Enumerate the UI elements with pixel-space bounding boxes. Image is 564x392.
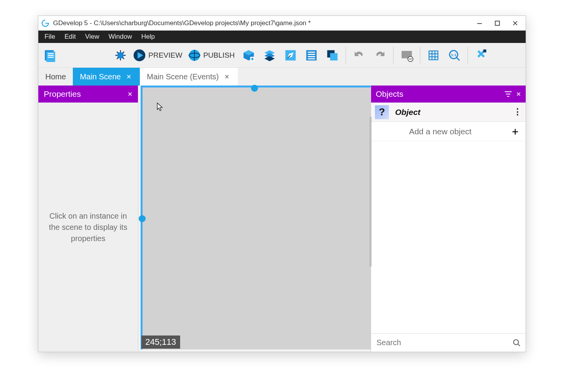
properties-title: Properties xyxy=(44,89,81,99)
mask-toggle-button[interactable] xyxy=(397,46,416,65)
app-icon xyxy=(40,18,51,29)
cursor-icon xyxy=(157,103,163,111)
publish-button[interactable]: PUBLISH xyxy=(187,46,237,65)
tab-main-scene-close[interactable]: ✕ xyxy=(125,72,133,81)
properties-panel: Properties ✕ Click on an instance in the… xyxy=(38,86,138,352)
tab-main-scene[interactable]: Main Scene ✕ xyxy=(73,68,140,86)
zoom-reset-button[interactable]: 1:1 xyxy=(445,46,464,65)
scene-scrollbar[interactable] xyxy=(370,116,372,267)
undo-button[interactable] xyxy=(350,46,368,65)
tab-main-scene-events-close[interactable]: ✕ xyxy=(223,72,231,81)
preview-label: PREVIEW xyxy=(148,51,182,60)
settings-button[interactable] xyxy=(472,46,490,65)
add-object-label: Add a new object xyxy=(377,127,504,136)
menu-view[interactable]: View xyxy=(81,31,104,43)
svg-rect-23 xyxy=(308,58,315,59)
svg-rect-21 xyxy=(308,54,315,55)
scene-handle-left[interactable] xyxy=(139,215,146,222)
tabs: Home Main Scene ✕ Main Scene (Events) ✕ xyxy=(38,68,526,86)
object-placeholder-icon: ? xyxy=(375,105,389,119)
grid-toggle-button[interactable] xyxy=(424,46,443,65)
tab-main-scene-events[interactable]: Main Scene (Events) ✕ xyxy=(140,68,238,86)
toolbar-separator xyxy=(393,47,394,64)
svg-rect-31 xyxy=(483,49,487,52)
app-window: GDevelop 5 - C:\Users\charburg\Documents… xyxy=(38,15,526,352)
objects-header: Objects ✕ xyxy=(371,86,526,103)
svg-rect-1 xyxy=(495,21,500,25)
menu-file[interactable]: File xyxy=(40,31,60,43)
menubar: File Edit View Window Help xyxy=(38,31,526,43)
svg-rect-20 xyxy=(308,51,315,53)
filter-icon[interactable] xyxy=(504,90,512,98)
svg-rect-5 xyxy=(48,55,53,56)
window-title: GDevelop 5 - C:\Users\charburg\Documents… xyxy=(53,19,471,27)
search-input[interactable] xyxy=(376,338,509,347)
properties-empty-message: Click on an instance in the scene to dis… xyxy=(45,211,132,244)
toolbar-separator xyxy=(420,47,420,64)
svg-text:1:1: 1:1 xyxy=(451,52,456,56)
objects-search xyxy=(371,333,526,352)
tab-home-label: Home xyxy=(45,72,66,81)
svg-rect-25 xyxy=(330,53,337,60)
project-manager-button[interactable] xyxy=(41,46,60,65)
toolbar-separator xyxy=(468,47,468,64)
objects-close[interactable]: ✕ xyxy=(516,91,521,98)
properties-close[interactable]: ✕ xyxy=(127,91,132,98)
svg-point-32 xyxy=(514,339,519,344)
tab-main-scene-label: Main Scene xyxy=(80,72,121,81)
tab-main-scene-events-label: Main Scene (Events) xyxy=(147,72,219,81)
objects-panel: Objects ✕ ? Object ⋮ Add a new object ＋ xyxy=(371,86,526,352)
menu-help[interactable]: Help xyxy=(137,31,160,43)
add-object-button[interactable] xyxy=(239,46,258,65)
close-button[interactable] xyxy=(506,17,524,29)
tab-home[interactable]: Home xyxy=(38,68,73,86)
window-controls xyxy=(471,17,524,29)
toolbar-separator xyxy=(346,47,346,64)
toolbar: PREVIEW PUBLISH xyxy=(38,43,526,68)
preview-button[interactable]: PREVIEW xyxy=(132,46,185,65)
instances-list-button[interactable] xyxy=(302,46,321,65)
scene-frame xyxy=(141,86,371,349)
svg-rect-28 xyxy=(409,58,412,59)
redo-button[interactable] xyxy=(371,46,389,65)
svg-marker-17 xyxy=(265,56,275,61)
properties-header: Properties ✕ xyxy=(38,86,138,103)
search-icon[interactable] xyxy=(512,339,521,347)
object-name: Object xyxy=(395,108,507,117)
titlebar: GDevelop 5 - C:\Users\charburg\Documents… xyxy=(38,16,526,31)
svg-rect-22 xyxy=(308,56,315,57)
copy-button[interactable] xyxy=(323,46,342,65)
publish-label: PUBLISH xyxy=(203,51,235,60)
svg-rect-0 xyxy=(477,23,482,24)
svg-rect-4 xyxy=(48,53,53,54)
layers-button[interactable] xyxy=(260,46,279,65)
edit-scene-button[interactable] xyxy=(281,46,300,65)
object-row[interactable]: ? Object ⋮ xyxy=(371,103,526,122)
menu-window[interactable]: Window xyxy=(104,31,136,43)
object-menu-icon[interactable]: ⋮ xyxy=(513,110,522,114)
objects-title: Objects xyxy=(376,89,500,99)
objects-empty-space xyxy=(371,141,526,333)
debug-button[interactable] xyxy=(111,46,130,65)
add-object-row[interactable]: Add a new object ＋ xyxy=(371,122,526,141)
minimize-button[interactable] xyxy=(471,17,488,29)
scene-canvas[interactable]: 245;113 xyxy=(138,86,371,352)
maximize-button[interactable] xyxy=(488,17,506,29)
menu-edit[interactable]: Edit xyxy=(60,31,80,43)
cursor-coordinates: 245;113 xyxy=(141,336,180,349)
main-area: Properties ✕ Click on an instance in the… xyxy=(38,86,526,352)
svg-rect-7 xyxy=(117,52,123,58)
scene-handle-top[interactable] xyxy=(251,85,258,92)
properties-empty: Click on an instance in the scene to dis… xyxy=(38,103,138,352)
svg-rect-6 xyxy=(48,56,53,57)
plus-icon: ＋ xyxy=(510,125,520,138)
